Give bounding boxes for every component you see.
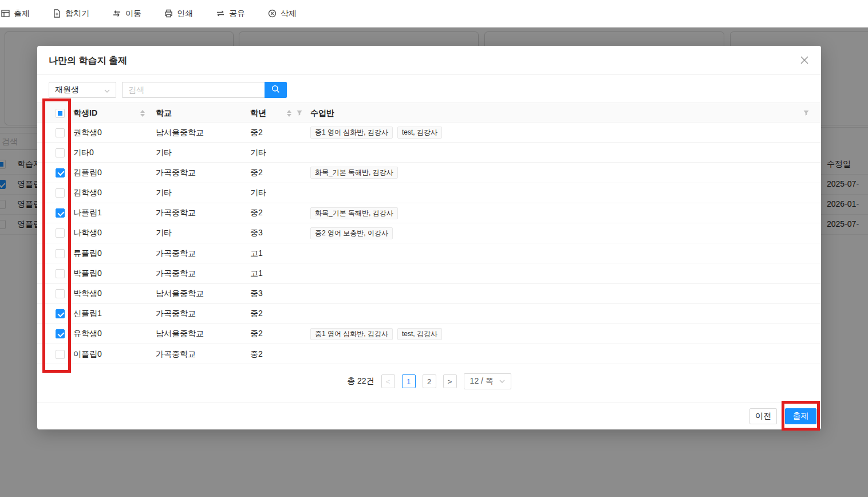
- page-size-value: 12 / 쪽: [470, 376, 494, 386]
- column-grade: 학년: [250, 103, 285, 123]
- student-table-row: 김플립0가곡중학교중2화목_기본 독해반, 김강사: [37, 163, 821, 183]
- toolbar-item-2[interactable]: 합치기: [53, 9, 89, 19]
- toolbar-item-1[interactable]: 출제: [1, 9, 30, 19]
- filter-funnel-icon-grade[interactable]: [296, 109, 303, 116]
- select-all-checkbox[interactable]: [56, 109, 65, 118]
- sort-icon-student-id[interactable]: [140, 103, 145, 123]
- column-school: 학교: [156, 103, 247, 123]
- student-row-checkbox[interactable]: [56, 228, 65, 238]
- student-id-cell: 김플립0: [73, 163, 153, 183]
- student-row-checkbox[interactable]: [56, 128, 65, 137]
- toolbar-item-label: 인쇄: [177, 9, 193, 19]
- student-table-row: 신플립1가곡중학교중2: [37, 304, 821, 324]
- student-id-cell: 류플립0: [73, 243, 153, 263]
- student-table-row: 나플립1가곡중학교중2화목_기본 독해반, 김강사: [37, 203, 821, 223]
- merge-file-icon: [53, 9, 61, 18]
- toolbar-item-3[interactable]: 이동: [112, 9, 141, 19]
- student-id-cell: 기타0: [73, 143, 153, 163]
- search-button[interactable]: [265, 82, 287, 98]
- school-cell: 가곡중학교: [156, 243, 247, 263]
- pagination-total: 총 22건: [347, 376, 374, 386]
- student-row-checkbox[interactable]: [56, 208, 65, 218]
- student-id-cell: 이플립0: [73, 344, 153, 364]
- page-button-1[interactable]: 1: [402, 374, 416, 388]
- grade-cell: 중2: [250, 324, 285, 344]
- school-cell: 남서울중학교: [156, 123, 247, 143]
- modal-title: 나만의 학습지 출제: [49, 55, 127, 67]
- chevron-left-icon[interactable]: <: [381, 374, 395, 388]
- previous-button[interactable]: 이전: [749, 408, 777, 424]
- toolbar-item-label: 출제: [14, 9, 30, 19]
- grade-cell: 중2: [250, 203, 285, 223]
- student-table-row: 박학생0남서울중학교중3: [37, 284, 821, 304]
- page-button-2[interactable]: 2: [423, 374, 436, 388]
- student-table-row: 이플립0가곡중학교중2: [37, 344, 821, 364]
- pagination: 총 22건 < 12 > 12 / 쪽: [37, 373, 821, 389]
- move-arrows-icon: [112, 9, 121, 18]
- class-cell: [310, 143, 711, 163]
- student-table-row: 나학생0기타중3중2 영어 보충반, 이강사: [37, 223, 821, 243]
- modal-header-divider: [37, 74, 821, 75]
- grade-cell: 중3: [250, 284, 285, 304]
- student-row-checkbox[interactable]: [56, 168, 65, 178]
- toolbar-item-label: 합치기: [65, 9, 89, 19]
- close-icon[interactable]: [798, 54, 811, 66]
- grade-cell: 고1: [250, 243, 285, 263]
- school-cell: 가곡중학교: [156, 263, 247, 283]
- toolbar-item-label: 삭제: [281, 9, 297, 19]
- school-cell: 가곡중학교: [156, 344, 247, 364]
- class-cell: 중1 영어 심화반, 김강사test, 김강사: [310, 324, 711, 344]
- student-table-row: 기타0기타기타: [37, 143, 821, 163]
- class-tag: 중1 영어 심화반, 김강사: [310, 328, 393, 340]
- class-cell: 중2 영어 보충반, 이강사: [310, 223, 711, 243]
- filter-funnel-icon-class[interactable]: [803, 109, 810, 116]
- class-cell: 화목_기본 독해반, 김강사: [310, 203, 711, 223]
- submit-button[interactable]: 출제: [785, 408, 816, 424]
- toolbar-item-label: 공유: [229, 9, 245, 19]
- class-tag: 중1 영어 심화반, 김강사: [310, 127, 393, 139]
- class-tag: 화목_기본 독해반, 김강사: [310, 207, 398, 219]
- student-type-select[interactable]: 재원생: [49, 82, 116, 98]
- class-cell: [310, 243, 711, 263]
- student-row-checkbox[interactable]: [56, 289, 65, 298]
- grade-cell: 기타: [250, 183, 285, 203]
- school-cell: 가곡중학교: [156, 163, 247, 183]
- printer-icon: [164, 9, 173, 18]
- search-input[interactable]: [122, 82, 265, 98]
- student-row-checkbox[interactable]: [56, 329, 65, 338]
- student-id-cell: 유학생0: [73, 324, 153, 344]
- toolbar-item-4[interactable]: 인쇄: [164, 9, 193, 19]
- student-table-row: 유학생0남서울중학교중2중1 영어 심화반, 김강사test, 김강사: [37, 324, 821, 344]
- toolbar-item-6[interactable]: 삭제: [268, 9, 297, 19]
- student-table-row: 권학생0남서울중학교중2중1 영어 심화반, 김강사test, 김강사: [37, 123, 821, 143]
- toolbar-item-label: 이동: [125, 9, 141, 19]
- toolbar: 출제합치기이동인쇄공유삭제: [0, 0, 868, 27]
- student-row-checkbox[interactable]: [56, 249, 65, 258]
- student-row-checkbox[interactable]: [56, 269, 65, 278]
- student-table-row: 박플립0가곡중학교고1: [37, 263, 821, 283]
- sort-icon-grade[interactable]: [287, 103, 291, 123]
- student-row-checkbox[interactable]: [56, 309, 65, 318]
- student-table-header: 학생ID 학교 학년 수업반: [37, 102, 821, 123]
- toolbar-item-5[interactable]: 공유: [216, 9, 245, 19]
- screen: 출제합치기이동인쇄공유삭제 검색 학습지 수정일 영플립2025-07-영플립2…: [0, 0, 868, 497]
- student-row-checkbox[interactable]: [56, 350, 65, 359]
- grade-cell: 중2: [250, 123, 285, 143]
- student-id-cell: 나학생0: [73, 223, 153, 243]
- school-cell: 기타: [156, 183, 247, 203]
- page-size-select[interactable]: 12 / 쪽: [464, 373, 511, 389]
- school-cell: 가곡중학교: [156, 304, 247, 324]
- column-class: 수업반: [310, 103, 711, 123]
- student-row-checkbox[interactable]: [56, 188, 65, 198]
- school-cell: 남서울중학교: [156, 284, 247, 304]
- chevron-right-icon[interactable]: >: [443, 374, 457, 388]
- class-cell: [310, 183, 711, 203]
- class-tag: test, 김강사: [397, 328, 442, 340]
- grade-cell: 고1: [250, 263, 285, 283]
- share-icon: [216, 9, 225, 18]
- school-cell: 남서울중학교: [156, 324, 247, 344]
- student-table-row: 류플립0가곡중학교고1: [37, 243, 821, 263]
- grade-cell: 중2: [250, 304, 285, 324]
- worksheet-assign-modal: 나만의 학습지 출제 재원생 학생ID 학교 학년: [37, 46, 821, 429]
- student-row-checkbox[interactable]: [56, 148, 65, 157]
